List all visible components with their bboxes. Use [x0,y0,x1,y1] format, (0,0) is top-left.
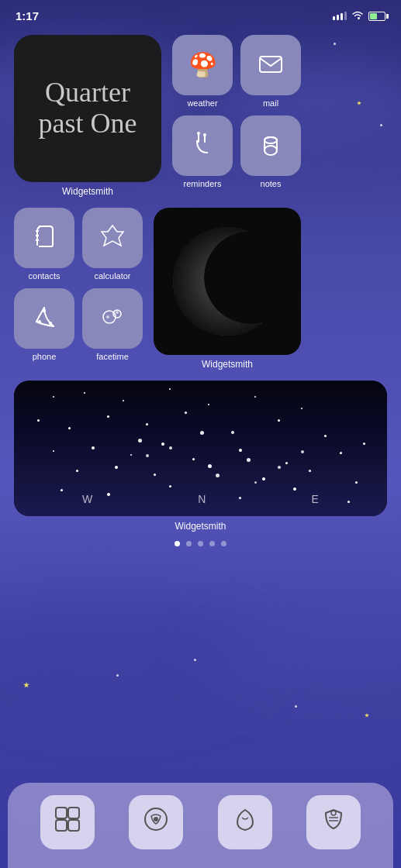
calculator-app-icon[interactable] [82,208,143,268]
svg-point-12 [116,311,119,314]
reminders-icon-symbol [189,131,216,161]
reminders-app-icon[interactable] [172,115,233,176]
status-icons [333,10,385,22]
page-dot-1[interactable] [175,541,180,546]
notes-app-icon[interactable] [240,115,301,176]
svg-rect-0 [260,57,282,72]
svg-point-8 [49,322,52,325]
phone-app-label: phone [14,352,74,361]
dock [8,783,393,868]
svg-point-11 [106,315,109,319]
widgetsmith-large-inner[interactable]: Quarter past One [14,35,161,182]
svg-point-24 [331,811,336,815]
mail-icon-symbol [258,50,284,81]
app-grid-inner: contacts calculator [14,208,143,361]
wifi-icon [351,10,364,22]
moon-widget-label: Widgetsmith [202,359,253,370]
svg-point-2 [203,133,206,136]
svg-point-7 [38,320,41,323]
compass-labels: W N E [14,493,387,505]
svg-rect-21 [68,820,79,831]
page-dot-3[interactable] [198,541,203,546]
svg-marker-5 [102,226,123,246]
battery-icon [368,12,385,21]
left-app-grid: contacts calculator [14,208,143,361]
home-screen: Quarter past One Widgetsmith 🍄 weather [0,29,401,546]
contacts-app-label: contacts [14,271,74,281]
right-app-col: 🍄 weather mail [172,35,301,188]
star-field-widget[interactable]: W N E [14,381,387,516]
dock-app-2-icon [142,805,170,839]
compass-e: E [312,493,319,505]
mail-app-container: mail [240,35,301,108]
page-dot-4[interactable] [209,541,215,546]
moon-widget[interactable] [154,208,301,355]
mail-app-icon[interactable] [240,35,301,95]
weather-app-container: 🍄 weather [172,35,233,108]
page-dot-5[interactable] [221,541,226,546]
svg-point-17 [173,227,282,336]
reminders-app-label: reminders [172,179,233,188]
star-widget-label: Widgetsmith [14,521,387,532]
dock-app-4[interactable] [306,795,361,849]
page-dot-2[interactable] [186,541,192,546]
contacts-app-icon[interactable] [14,208,74,268]
phone-icon-symbol [32,305,57,333]
calculator-app-container: calculator [82,208,143,281]
svg-point-3 [264,146,277,155]
weather-icon-symbol: 🍄 [188,53,217,77]
notes-app-label: notes [240,179,301,188]
svg-rect-18 [56,808,67,818]
widgetsmith-time-text: Quarter past One [14,70,161,146]
svg-point-1 [197,132,200,135]
moon-widget-container: Widgetsmith [154,208,301,370]
mail-app-label: mail [240,98,301,108]
contacts-icon-symbol [31,223,57,253]
star-field-widget-container: W N E Widgetsmith [14,381,387,532]
dock-app-3-icon [231,805,259,839]
phone-app-container: phone [14,288,74,361]
svg-point-6 [43,309,46,312]
top-row: Quarter past One Widgetsmith 🍄 weather [14,35,387,197]
facetime-app-icon[interactable] [82,288,143,349]
reminders-app-container: reminders [172,115,233,188]
weather-app-icon[interactable]: 🍄 [172,35,233,95]
contacts-app-container: contacts [14,208,74,281]
middle-section: contacts calculator [14,208,387,370]
moon-svg [165,219,289,343]
dock-app-1-icon [54,805,81,839]
widgetsmith-large-widget: Quarter past One Widgetsmith [14,35,161,197]
svg-point-4 [264,137,277,143]
compass-n: N [198,493,206,505]
dock-app-2[interactable] [129,795,183,849]
status-bar: 1:17 [0,0,401,29]
svg-rect-20 [56,820,67,831]
phone-app-icon[interactable] [14,288,74,349]
svg-point-23 [154,817,158,822]
time-display: 1:17 [16,9,39,22]
dock-app-3[interactable] [218,795,272,849]
bottom-app-row: reminders notes [172,115,301,188]
weather-app-label: weather [172,98,233,108]
widgetsmith-large-label: Widgetsmith [14,186,161,197]
calculator-app-label: calculator [82,271,143,281]
top-app-row: 🍄 weather mail [172,35,301,108]
facetime-app-container: facetime [82,288,143,361]
facetime-app-label: facetime [82,352,143,361]
facetime-icon-symbol [100,305,125,333]
compass-w: W [82,493,92,505]
signal-icon [333,12,347,20]
notes-app-container: notes [240,115,301,188]
dock-app-4-icon [320,805,347,839]
page-dots [14,541,387,546]
dock-app-1[interactable] [40,795,95,849]
calculator-icon-symbol [100,224,125,253]
notes-icon-symbol [258,131,284,161]
svg-rect-19 [68,808,79,818]
